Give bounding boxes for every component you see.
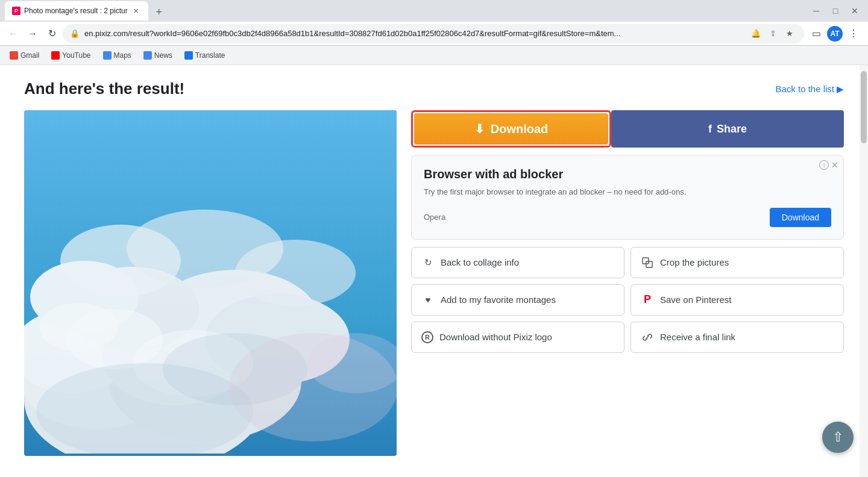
download-icon: ⬇ [474,122,485,136]
ad-close-button[interactable]: ✕ [831,160,838,170]
gmail-favicon [10,51,18,60]
final-link-button[interactable]: Receive a final link [631,322,844,353]
refresh-button[interactable]: ↻ [43,25,60,42]
main-layout: ⬇ Download f Share i ✕ Browser with ad b… [24,110,844,456]
maps-label: Maps [114,51,131,60]
address-bar: ← → ↻ 🔒 en.pixiz.com/result?workId=9606e… [0,22,868,46]
back-to-list-link[interactable]: Back to the list ▶ [775,84,844,95]
link-icon [641,331,654,344]
tab-favicon: P [12,7,20,15]
scrollbar-track [860,65,868,477]
menu-button[interactable]: ⋮ [844,24,863,43]
share-button[interactable]: f Share [611,110,844,148]
ad-body: Try the first major browser to integrate… [424,186,831,198]
ad-controls: i ✕ [819,160,838,170]
facebook-icon: f [708,123,712,136]
pinterest-icon: P [641,293,654,307]
forward-button[interactable]: → [24,25,41,42]
tab-bar: P Photo montage's result : 2 pictur ✕ + [5,1,808,20]
cloud-image [24,110,397,454]
save-pinterest-button[interactable]: P Save on Pinterest [631,284,844,316]
action-buttons-grid: ↻ Back to collage info Crop the pictures [411,247,844,353]
window-controls: ─ □ ✕ [808,2,863,19]
ad-title: Browser with ad blocker [424,167,831,181]
youtube-label: YouTube [62,51,90,60]
tab-favicon-letter: P [14,8,18,14]
montage-image [24,110,397,456]
registered-icon: R [421,331,433,343]
news-favicon [143,51,152,60]
bookmark-star-button[interactable]: ★ [782,26,797,41]
bookmark-translate[interactable]: Translate [180,49,230,62]
news-label: News [154,51,172,60]
title-bar: P Photo montage's result : 2 pictur ✕ + … [0,0,868,22]
ad-footer: Opera Download [424,208,831,227]
share-label: Share [717,123,747,136]
tab-title: Photo montage's result : 2 pictur [24,7,128,15]
maps-favicon [103,51,112,60]
arrow-up-icon: ⇧ [832,429,843,445]
profile-avatar[interactable]: AT [827,26,843,42]
add-favorite-button[interactable]: ♥ Add to my favorite montages [411,284,624,316]
crop-icon [641,256,654,269]
url-text: en.pixiz.com/result?workId=9606e02f69fb0… [84,29,744,38]
youtube-favicon [51,51,60,60]
bell-icon: 🔔 [751,29,761,38]
save-pinterest-label: Save on Pinterest [660,295,731,305]
back-to-collage-button[interactable]: ↻ Back to collage info [411,247,624,278]
ad-brand: Opera [424,213,445,222]
crop-pictures-label: Crop the pictures [660,257,729,267]
right-panel: ⬇ Download f Share i ✕ Browser with ad b… [411,110,844,353]
scrollbar-thumb[interactable] [861,71,867,143]
ad-info-button[interactable]: i [819,160,829,170]
final-link-label: Receive a final link [660,332,735,342]
browser-chrome: P Photo montage's result : 2 pictur ✕ + … [0,0,868,65]
download-button[interactable]: ⬇ Download [414,113,608,145]
bookmark-youtube[interactable]: YouTube [46,49,95,62]
share-url-button[interactable]: ⇧ [766,26,780,41]
refresh-icon: ↻ [421,256,435,269]
notifications-blocked[interactable]: 🔔 [749,26,763,41]
page-content: And here's the result! Back to the list … [0,65,868,477]
tab-close-button[interactable]: ✕ [131,6,141,16]
download-no-logo-button[interactable]: R Download without Pixiz logo [411,322,624,353]
gmail-label: Gmail [20,51,39,60]
cast-button[interactable]: ▭ [807,24,826,43]
page-header: And here's the result! Back to the list … [24,80,844,98]
scroll-to-top-button[interactable]: ⇧ [822,422,854,453]
crop-pictures-button[interactable]: Crop the pictures [631,247,844,278]
bookmarks-bar: Gmail YouTube Maps News Translate [0,46,868,65]
url-bar[interactable]: 🔒 en.pixiz.com/result?workId=9606e02f69f… [63,24,804,43]
bookmark-maps[interactable]: Maps [98,49,136,62]
svg-point-12 [235,240,356,306]
bookmark-gmail[interactable]: Gmail [5,49,44,62]
maximize-button[interactable]: □ [827,2,844,19]
ad-download-button[interactable]: Download [770,208,831,227]
svg-point-15 [39,303,118,351]
heart-icon: ♥ [421,293,435,307]
lock-icon: 🔒 [70,29,80,38]
ad-card: i ✕ Browser with ad blocker Try the firs… [411,155,844,240]
back-to-collage-label: Back to collage info [441,257,519,267]
active-tab[interactable]: P Photo montage's result : 2 pictur ✕ [5,1,148,20]
action-row: ⬇ Download f Share [411,110,844,148]
back-to-list-text: Back to the list [775,84,834,94]
svg-rect-21 [646,261,652,267]
translate-label: Translate [195,51,225,60]
url-actions: 🔔 ⇧ ★ [749,26,797,41]
add-favorite-label: Add to my favorite montages [441,295,556,305]
svg-rect-20 [643,258,649,264]
download-label: Download [491,122,549,136]
new-tab-button[interactable]: + [151,4,168,20]
bookmark-news[interactable]: News [139,49,177,62]
close-button[interactable]: ✕ [846,2,863,19]
page-title: And here's the result! [24,80,184,98]
browser-toolbar: ▭ AT ⋮ [807,24,863,43]
download-button-wrapper: ⬇ Download [411,110,611,148]
back-to-list-arrow: ▶ [837,84,844,95]
translate-favicon [184,51,193,60]
minimize-button[interactable]: ─ [808,2,825,19]
back-button[interactable]: ← [5,25,22,42]
download-no-logo-label: Download without Pixiz logo [439,332,552,342]
